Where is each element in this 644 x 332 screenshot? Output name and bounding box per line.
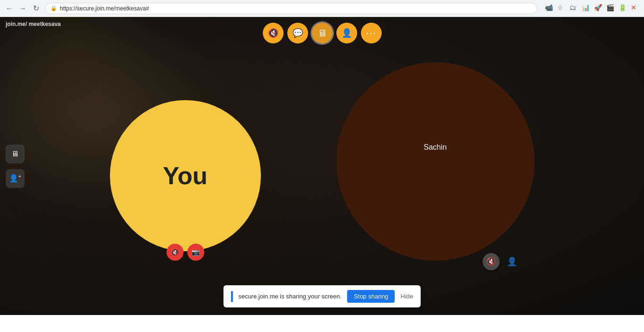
- participant-you-circle: You: [110, 100, 261, 251]
- left-sidebar: 🖥 👤+: [6, 145, 25, 188]
- reload-button[interactable]: ↻: [30, 3, 42, 14]
- you-mute-audio-button[interactable]: 🔇: [167, 244, 184, 261]
- mute-audio-icon: 🔇: [268, 28, 278, 38]
- participant-sachin-wrapper: Sachin 🔇 👤: [336, 62, 535, 261]
- screen-share-button[interactable]: 🖥: [312, 23, 333, 43]
- sachin-controls: 🔇 👤: [483, 253, 520, 270]
- breadcrumb: join.me/ meetkesava: [6, 21, 61, 27]
- back-button[interactable]: ←: [4, 3, 15, 14]
- app-container: join.me/ meetkesava 🔇 💬 🖥 👤 ··· 🖥 👤+: [0, 17, 644, 315]
- url-text: https://secure.join.me/meetkesava#: [60, 5, 149, 12]
- you-mute-video-icon: 📷: [192, 248, 200, 256]
- ext3-icon[interactable]: 🚀: [594, 4, 603, 13]
- sachin-mute-button[interactable]: 🔇: [483, 253, 500, 270]
- sachin-mute-icon: 🔇: [486, 257, 496, 266]
- sidebar-add-person-icon: 👤+: [9, 174, 21, 183]
- ext1-icon[interactable]: 🗂: [569, 4, 579, 13]
- participant-you-wrapper: You 🔇 📷: [110, 100, 261, 251]
- sachin-person-button[interactable]: 👤: [503, 253, 520, 270]
- address-bar[interactable]: 🔒 https://secure.join.me/meetkesava#: [45, 3, 537, 14]
- sharing-indicator: [231, 291, 233, 302]
- hide-button[interactable]: Hide: [401, 293, 413, 300]
- sidebar-screen-share-button[interactable]: 🖥: [6, 145, 25, 163]
- you-mute-audio-icon: 🔇: [171, 248, 179, 256]
- screen-share-icon: 🖥: [318, 28, 327, 39]
- bookmark-icon[interactable]: ☆: [557, 4, 567, 13]
- more-icon: ···: [366, 27, 376, 39]
- toolbar: 🔇 💬 🖥 👤 ···: [263, 23, 382, 43]
- chat-button[interactable]: 💬: [287, 23, 308, 43]
- participants-area: You 🔇 📷 Sachin 🔇 👤: [0, 17, 644, 315]
- you-controls: 🔇 📷: [167, 244, 204, 261]
- mute-audio-button[interactable]: 🔇: [263, 23, 284, 43]
- sharing-text: secure.join.me is sharing your screen.: [238, 293, 342, 300]
- breadcrumb-meeting: meetkesava: [29, 21, 61, 27]
- browser-chrome: ← → ↻ 🔒 https://secure.join.me/meetkesav…: [0, 0, 644, 17]
- sidebar-add-person-button[interactable]: 👤+: [6, 169, 25, 188]
- stop-sharing-button[interactable]: Stop sharing: [347, 290, 395, 303]
- participant-you-label: You: [163, 162, 207, 190]
- notification-bar: secure.join.me is sharing your screen. S…: [223, 285, 421, 307]
- ext4-icon[interactable]: 🎬: [606, 4, 616, 13]
- chat-icon: 💬: [293, 28, 303, 38]
- sachin-person-icon: 👤: [507, 256, 517, 267]
- sidebar-screen-icon: 🖥: [11, 150, 19, 158]
- participant-sachin-label: Sachin: [424, 143, 447, 152]
- video-icon[interactable]: 📹: [545, 4, 554, 13]
- close-icon[interactable]: ✕: [631, 4, 640, 13]
- browser-toolbar-icons: 📹 ☆ 🗂 📊 🚀 🎬 🔋 ✕: [545, 4, 640, 13]
- participants-button[interactable]: 👤: [336, 23, 357, 43]
- forward-button[interactable]: →: [17, 3, 28, 14]
- breadcrumb-prefix: join.me/: [6, 21, 29, 27]
- lock-icon: 🔒: [50, 5, 57, 11]
- participants-icon: 👤: [342, 28, 352, 38]
- ext2-icon[interactable]: 📊: [582, 4, 591, 13]
- more-options-button[interactable]: ···: [361, 23, 382, 43]
- you-mute-video-button[interactable]: 📷: [187, 244, 204, 261]
- battery-icon: 🔋: [619, 4, 628, 13]
- nav-buttons: ← → ↻: [4, 3, 42, 14]
- participant-sachin-circle: Sachin: [336, 62, 535, 261]
